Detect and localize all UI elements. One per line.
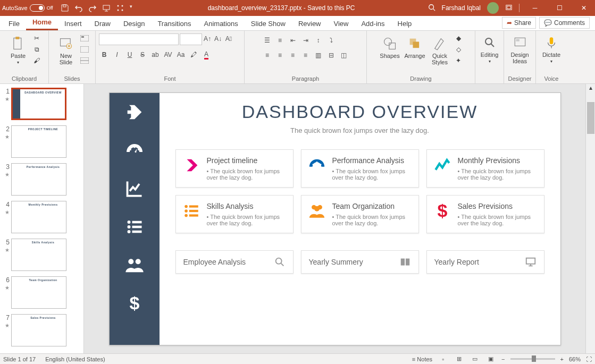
close-button[interactable]: ✕ [575, 4, 593, 12]
autosave-toggle[interactable]: AutoSave Off [2, 4, 53, 12]
paste-button[interactable]: Paste ▾ [7, 33, 29, 65]
touch-mode-icon[interactable] [116, 4, 124, 12]
tab-home[interactable]: Home [26, 15, 58, 30]
tab-review[interactable]: Review [292, 17, 328, 30]
tab-help[interactable]: Help [391, 17, 418, 30]
zoom-slider[interactable] [510, 358, 555, 360]
dictate-button[interactable]: Dictate▾ [540, 32, 563, 64]
scroll-up-icon[interactable]: ▴ [586, 84, 595, 91]
design-ideas-button[interactable]: Design Ideas [509, 32, 531, 64]
notes-button[interactable]: ≡ Notes [412, 356, 432, 362]
new-slide-button[interactable]: ✦ New Slide [55, 33, 77, 65]
tab-insert[interactable]: Insert [58, 17, 88, 30]
slide-thumbnail[interactable]: Performance Analysis [11, 163, 66, 196]
char-spacing-button[interactable]: AV [163, 49, 173, 60]
font-name-input[interactable] [99, 33, 179, 45]
increase-font-icon[interactable]: A↑ [202, 33, 213, 44]
slide-thumbnails-panel[interactable]: 1★ DASHBOARD OVERVIEW 2★ PROJECT TIMELIN… [0, 84, 84, 353]
decrease-indent-icon[interactable]: ⇤ [288, 35, 298, 46]
format-painter-icon[interactable]: 🖌 [32, 56, 41, 65]
tab-addins[interactable]: Add-ins [355, 17, 391, 30]
search-icon[interactable] [428, 4, 435, 13]
font-color-button[interactable]: A [201, 49, 212, 60]
qat-dropdown-icon[interactable]: ▾ [130, 4, 135, 12]
slide-thumbnail[interactable]: DASHBOARD OVERVIEW [11, 88, 66, 120]
align-center-icon[interactable]: ≡ [275, 50, 286, 61]
zoom-in-button[interactable]: + [560, 356, 564, 362]
shapes-button[interactable]: Shapes [379, 33, 401, 59]
slide-counter[interactable]: Slide 1 of 17 [3, 356, 36, 362]
share-button[interactable]: ➦Share [502, 17, 536, 29]
zoom-out-button[interactable]: − [501, 356, 505, 362]
bullets-icon[interactable]: ☰ [262, 35, 273, 46]
shape-outline-icon[interactable]: ◇ [454, 45, 463, 54]
bold-button[interactable]: B [99, 49, 110, 60]
slide-sorter-icon[interactable]: ⊞ [454, 355, 464, 363]
font-size-input[interactable] [180, 33, 202, 45]
increase-indent-icon[interactable]: ⇥ [300, 35, 311, 46]
svg-point-19 [384, 38, 392, 46]
text-direction-icon[interactable]: ⤵ [326, 35, 337, 46]
slide-thumbnail[interactable]: Monthly Previsions [11, 201, 66, 233]
shadow-button[interactable]: ab [150, 49, 161, 60]
clear-formatting-icon[interactable]: A⃠ [223, 33, 234, 44]
quick-styles-button[interactable]: Quick Styles [429, 33, 451, 65]
slideshow-icon[interactable] [102, 4, 111, 12]
change-case-button[interactable]: Aa [175, 49, 186, 60]
align-left-icon[interactable]: ≡ [262, 50, 273, 61]
decrease-font-icon[interactable]: A↓ [213, 33, 223, 44]
align-right-icon[interactable]: ≡ [288, 50, 298, 61]
shape-fill-icon[interactable]: ◆ [454, 33, 463, 43]
undo-icon[interactable] [74, 4, 83, 12]
layout-icon[interactable] [80, 33, 89, 43]
slide-thumbnail[interactable]: Sales Previsions [11, 314, 66, 346]
slide-thumbnail[interactable]: PROJECT TIMELINE [11, 125, 66, 158]
strike-button[interactable]: S [137, 49, 148, 60]
slide-canvas[interactable]: $ DASHBOARD OVERVIEW The quick brown fox… [84, 84, 585, 353]
slide-thumbnail[interactable]: Skills Analysis [11, 239, 66, 271]
tab-design[interactable]: Design [117, 17, 151, 30]
shape-effects-icon[interactable]: ✦ [454, 56, 463, 65]
align-text-icon[interactable]: ⊟ [326, 50, 337, 61]
underline-button[interactable]: U [124, 49, 135, 60]
editing-button[interactable]: Editing▾ [479, 32, 501, 64]
italic-button[interactable]: I [112, 49, 122, 60]
tab-file[interactable]: File [2, 17, 26, 30]
tab-animations[interactable]: Animations [198, 17, 245, 30]
comments-button[interactable]: 💬Comments [539, 17, 590, 29]
fit-to-window-icon[interactable]: ⛶ [586, 356, 592, 362]
card-title: Monthly Previsions [458, 156, 539, 165]
language-status[interactable]: English (United States) [45, 356, 105, 362]
redo-icon[interactable] [88, 4, 97, 12]
ribbon-display-options-icon[interactable] [505, 4, 513, 13]
columns-icon[interactable]: ▥ [313, 50, 324, 61]
minimize-button[interactable]: ─ [526, 4, 544, 12]
slide-thumbnail[interactable]: Team Organization [11, 276, 66, 309]
numbering-icon[interactable]: ≡ [275, 35, 286, 46]
tab-slideshow[interactable]: Slide Show [245, 17, 292, 30]
arrange-button[interactable]: Arrange [404, 33, 426, 59]
tab-draw[interactable]: Draw [88, 17, 117, 30]
autosave-switch[interactable] [30, 4, 45, 12]
smartart-icon[interactable]: ◫ [339, 50, 349, 61]
cut-icon[interactable]: ✂ [32, 33, 41, 43]
normal-view-icon[interactable]: ▫ [438, 355, 448, 363]
scroll-handle[interactable] [587, 102, 594, 134]
reading-view-icon[interactable]: ▭ [470, 355, 480, 363]
vertical-scrollbar[interactable]: ▴ [585, 84, 595, 353]
zoom-level[interactable]: 66% [569, 356, 581, 362]
highlight-button[interactable]: 🖍 [188, 49, 199, 60]
tab-transitions[interactable]: Transitions [151, 17, 197, 30]
save-icon[interactable] [61, 4, 69, 12]
slideshow-view-icon[interactable]: ▣ [485, 355, 496, 363]
user-name[interactable]: Farshad Iqbal [442, 4, 481, 12]
user-avatar[interactable] [487, 2, 499, 14]
reset-icon[interactable] [80, 45, 89, 54]
justify-icon[interactable]: ≡ [300, 50, 311, 61]
copy-icon[interactable]: ⧉ [32, 45, 41, 54]
maximize-button[interactable]: ☐ [550, 4, 568, 12]
section-icon[interactable] [80, 56, 89, 65]
tab-view[interactable]: View [328, 17, 355, 30]
line-spacing-icon[interactable]: ↕ [313, 35, 324, 46]
bottom-card: Yearly Summery [301, 250, 419, 274]
